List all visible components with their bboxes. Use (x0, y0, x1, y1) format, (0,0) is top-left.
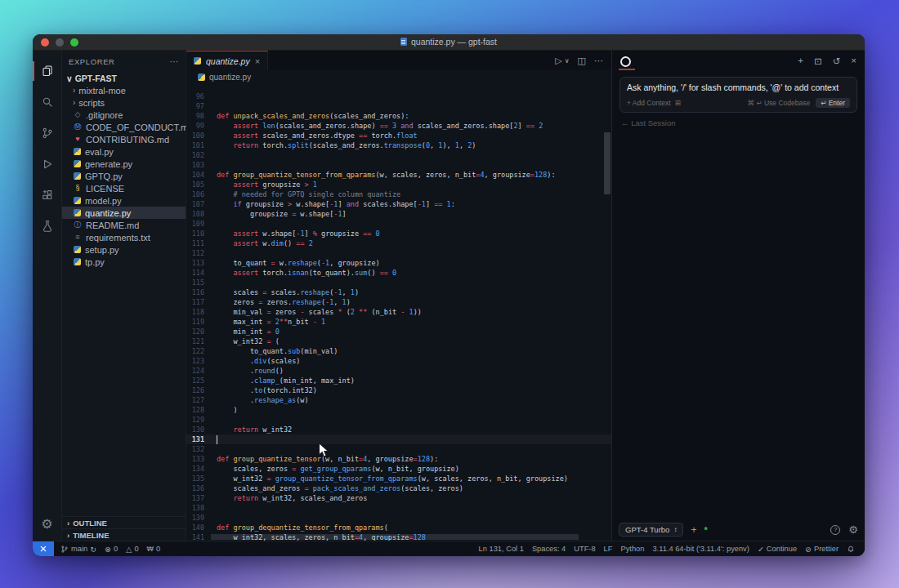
status-eol[interactable]: LF (604, 545, 613, 553)
code-line-126[interactable]: 126 .to(torch.int32) (186, 385, 611, 395)
code-line-136[interactable]: 136 scales_and_zeros = pack_scales_and_z… (186, 483, 611, 493)
add-context-button[interactable]: + Add Context (627, 99, 671, 107)
code-line-124[interactable]: 124 .round() (186, 366, 611, 376)
code-line-130[interactable]: 130 return w_int32 (186, 425, 611, 434)
tab-quantize-py[interactable]: quantize.py × (186, 51, 268, 70)
code-line-106[interactable]: 106 # needed for GPTQ single column quan… (186, 189, 611, 199)
code-line-131[interactable]: 131 (186, 434, 611, 444)
tree-item--gitignore[interactable]: ◇.gitignore (62, 109, 186, 121)
status-git-branch[interactable]: main↻ (60, 545, 96, 554)
code-line-128[interactable]: 128 ) (186, 405, 611, 415)
status-warnings[interactable]: △0 (126, 545, 138, 554)
status-ports[interactable]: ₩0 (147, 545, 161, 553)
tree-item-requirements-txt[interactable]: ≡requirements.txt (62, 231, 186, 243)
tree-item-model-py[interactable]: model.py (62, 194, 186, 207)
tree-item-generate-py[interactable]: generate.py (62, 158, 186, 170)
history-icon[interactable]: ↺ (833, 56, 841, 67)
code-line-121[interactable]: 121 w_int32 = ( (186, 336, 611, 346)
tree-root-gpt-fast[interactable]: ∨ GPT-FAST (62, 72, 186, 84)
code-editor[interactable]: 969798def unpack_scales_and_zeros(scales… (186, 83, 611, 541)
code-line-140[interactable]: 140def group_dequantize_tensor_from_qpar… (186, 523, 611, 532)
remote-indicator[interactable] (33, 541, 54, 556)
maximize-icon[interactable]: ⊡ (814, 56, 822, 67)
status-encoding[interactable]: UTF-8 (574, 545, 595, 553)
code-line-123[interactable]: 123 .div(scales) (186, 356, 611, 366)
panel-settings-icon[interactable]: ⚙ (848, 523, 858, 536)
tree-item-quantize-py[interactable]: quantize.py (62, 207, 186, 219)
code-line-115[interactable]: 115 (186, 278, 611, 287)
testing-icon[interactable] (33, 211, 62, 242)
outline-section[interactable]: › OUTLINE (62, 516, 186, 528)
code-line-134[interactable]: 134 scales, zeros = get_group_qparams(w,… (186, 464, 611, 474)
status-cursor-position[interactable]: Ln 131, Col 1 (479, 545, 524, 553)
run-icon[interactable]: ▷ (555, 56, 561, 66)
code-line-111[interactable]: 111 assert w.dim() == 2 (186, 238, 611, 248)
search-icon[interactable] (33, 87, 62, 118)
code-line-137[interactable]: 137 return w_int32, scales_and_zeros (186, 493, 611, 503)
code-line-133[interactable]: 133def group_quantize_tensor(w, n_bit=4,… (186, 454, 611, 464)
status-language-mode[interactable]: Python (620, 545, 644, 553)
source-control-icon[interactable] (33, 118, 62, 149)
last-session-link[interactable]: ← Last Session (621, 118, 865, 127)
more-actions-icon[interactable]: ⋯ (594, 56, 603, 66)
tree-item-scripts[interactable]: ›scripts (62, 96, 186, 109)
tree-item-license[interactable]: §LICENSE (62, 182, 186, 194)
help-icon[interactable]: ? (830, 525, 840, 535)
split-editor-icon[interactable]: ◫ (578, 56, 586, 66)
code-line-138[interactable]: 138 (186, 503, 611, 513)
code-line-127[interactable]: 127 .reshape_as(w) (186, 395, 611, 405)
code-line-104[interactable]: 104def group_quantize_tensor_from_qparam… (186, 170, 611, 180)
tree-item-readme-md[interactable]: ⓘREADME.md (62, 219, 186, 231)
code-line-99[interactable]: 99 assert len(scales_and_zeros.shape) ==… (186, 121, 611, 131)
code-line-119[interactable]: 119 max_int = 2**n_bit - 1 (186, 317, 611, 327)
tree-item-eval-py[interactable]: eval.py (62, 145, 186, 158)
run-debug-icon[interactable] (33, 149, 62, 180)
breadcrumb[interactable]: quantize.py (186, 70, 611, 83)
status-prettier[interactable]: ⊘Prettier (805, 545, 839, 554)
code-line-98[interactable]: 98def unpack_scales_and_zeros(scales_and… (186, 111, 611, 121)
add-model-button[interactable]: + (688, 524, 699, 536)
code-line-110[interactable]: 110 assert w.shape[-1] % groupsize == 0 (186, 229, 611, 238)
explorer-icon[interactable] (33, 56, 62, 87)
tree-item-mixtral-moe[interactable]: ›mixtral-moe (62, 84, 186, 96)
extensions-icon[interactable] (33, 180, 62, 211)
chat-input[interactable]: Ask anything, '/' for slash commands, '@… (619, 77, 857, 113)
code-line-102[interactable]: 102 (186, 150, 611, 160)
code-line-97[interactable]: 97 (186, 101, 611, 111)
code-line-120[interactable]: 120 min_int = 0 (186, 327, 611, 336)
code-line-132[interactable]: 132 (186, 444, 611, 454)
code-line-109[interactable]: 109 (186, 219, 611, 229)
enter-button[interactable]: ↵ Enter (816, 98, 850, 108)
code-line-112[interactable]: 112 (186, 248, 611, 258)
explorer-more-actions-icon[interactable]: ⋯ (169, 56, 179, 67)
settings-gear-icon[interactable]: ⚙ (41, 511, 52, 536)
continue-logo-icon[interactable] (620, 56, 631, 67)
tree-item-tp-py[interactable]: tp.py (62, 256, 186, 268)
code-line-103[interactable]: 103 (186, 160, 611, 170)
use-codebase-hint[interactable]: ⌘ ↵ Use Codebase (748, 99, 811, 107)
close-icon[interactable]: × (851, 56, 857, 67)
code-line-105[interactable]: 105 assert groupsize > 1 (186, 180, 611, 189)
code-line-116[interactable]: 116 scales = scales.reshape(-1, 1) (186, 287, 611, 297)
chevron-down-icon[interactable]: ∨ (565, 57, 570, 65)
attach-icon[interactable]: ⊞ (675, 99, 681, 107)
timeline-section[interactable]: › TIMELINE (62, 528, 186, 541)
code-line-125[interactable]: 125 .clamp_(min_int, max_int) (186, 376, 611, 385)
tree-item-contributing-md[interactable]: ♥CONTRIBUTING.md (62, 133, 186, 145)
model-selector[interactable]: GPT-4 Turbo ↕ (619, 523, 683, 537)
vertical-scrollbar[interactable] (604, 132, 611, 194)
code-line-101[interactable]: 101 return torch.split(scales_and_zeros.… (186, 140, 611, 150)
code-line-117[interactable]: 117 zeros = zeros.reshape(-1, 1) (186, 297, 611, 307)
code-line-122[interactable]: 122 to_quant.sub(min_val) (186, 346, 611, 356)
code-line-96[interactable]: 96 (186, 91, 611, 101)
status-notifications[interactable] (847, 545, 855, 553)
code-line-113[interactable]: 113 to_quant = w.reshape(-1, groupsize) (186, 258, 611, 268)
status-continue-extension[interactable]: ✓Continue (758, 545, 797, 554)
code-line-135[interactable]: 135 w_int32 = group_quantize_tensor_from… (186, 474, 611, 483)
plus-icon[interactable]: + (798, 56, 803, 67)
status-indentation[interactable]: Spaces: 4 (532, 545, 566, 553)
status-errors[interactable]: ⊗0 (105, 545, 118, 554)
code-line-108[interactable]: 108 groupsize = w.shape[-1] (186, 209, 611, 219)
close-tab-icon[interactable]: × (255, 56, 260, 66)
code-line-114[interactable]: 114 assert torch.isnan(to_quant).sum() =… (186, 268, 611, 278)
